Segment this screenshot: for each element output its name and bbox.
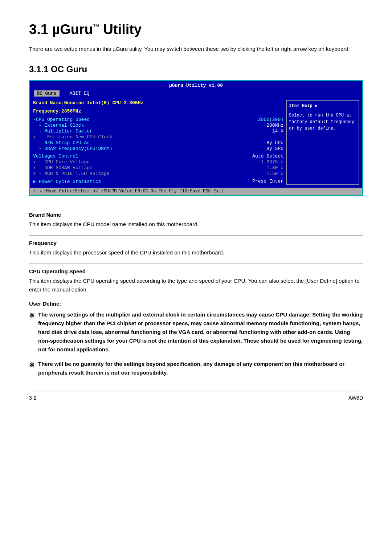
warning-mark-2: ※	[29, 360, 34, 371]
bios-row-mult-factor: - Multiplier Factor 14 X	[33, 128, 283, 134]
warning-list: ※ The wrong settings of the multiplier a…	[29, 310, 363, 377]
footer-page-num: 3-2	[29, 395, 36, 401]
warning-item-2: ※ There will be no guaranty for the sett…	[29, 360, 363, 377]
intro-paragraph: There are two setup menus in this µGuru …	[29, 45, 363, 53]
bios-row-label: -CPU Operating Speed	[33, 117, 90, 122]
desc-frequency: Frequency This item displays the process…	[29, 235, 363, 257]
footer-product: AW8D	[348, 395, 363, 401]
bios-left-panel: Brand Name:Genuine Intel(R) CPU 2.80GHz …	[33, 100, 286, 185]
warning-text-1: The wrong settings of the multiplier and…	[38, 310, 363, 354]
bios-row-est-clock: x - Estimated New CPU Clock	[33, 134, 283, 140]
user-define-section: User Define: ※ The wrong settings of the…	[29, 301, 363, 377]
desc-cpu-speed-title: CPU Operating Speed	[29, 268, 363, 274]
bios-row-ext-clock: - External Clock 200MHz	[33, 123, 283, 128]
bios-row-dram-freq: - DRAM Frequency(CPU:DRAM) By SPD	[33, 146, 283, 151]
bios-row-label: - DRAM Frequency(CPU:DRAM)	[33, 146, 112, 151]
bios-tabs: OC Guru ABIT EQ	[30, 90, 362, 97]
bios-row-power-cycle: ▶ Power Cycle Statistics Press Enter	[33, 179, 283, 184]
bios-brand-line2: Frequency:2856MHz	[33, 109, 283, 114]
bios-row-label: - N/B Strap CPU As	[33, 140, 90, 146]
bios-row-voltages: Voltages Control Auto Detect	[33, 154, 283, 159]
bios-statusbar: ↑↓→←:Move Enter:Select +/-/PU/PD:Value F…	[30, 188, 362, 195]
warning-item-1: ※ The wrong settings of the multiplier a…	[29, 310, 363, 354]
bios-row-label: - Multiplier Factor	[33, 128, 93, 134]
section-heading: 3.1.1 OC Guru	[29, 64, 363, 74]
desc-brand-name-body: This item displays the CPU model name in…	[29, 220, 363, 229]
desc-brand-name-title: Brand Name	[29, 212, 363, 218]
bios-row-label: - External Clock	[33, 123, 84, 128]
warning-mark-1: ※	[29, 311, 34, 321]
bios-row-cpu-speed: -CPU Operating Speed 2000(200)	[33, 117, 283, 122]
bios-row-nb-strap: - N/B Strap CPU As By CPU	[33, 140, 283, 146]
desc-frequency-body: This item displays the processor speed o…	[29, 248, 363, 257]
user-define-title: User Define:	[29, 301, 363, 307]
bios-tab-abit-eq[interactable]: ABIT EQ	[67, 90, 93, 97]
bios-row-ddr-sdram-voltage: x - DDR SDRAM Voltage 1.80 U	[33, 165, 283, 171]
bios-tab-oc-guru[interactable]: OC Guru	[34, 90, 60, 97]
bios-body: Brand Name:Genuine Intel(R) CPU 2.80GHz …	[30, 97, 362, 188]
bios-item-help-title: Item Help ▶	[289, 103, 356, 109]
desc-cpu-speed-body: This item displays the CPU operating spe…	[29, 277, 363, 294]
bios-title-bar: µGuru Utility v1.00	[30, 81, 362, 90]
desc-brand-name: Brand Name This item displays the CPU mo…	[29, 207, 363, 229]
warning-text-2: There will be no guaranty for the settin…	[38, 360, 363, 377]
bios-row-cpu-core-voltage: x - CPU Core Voltage 1.3375 U	[33, 159, 283, 165]
footer-bar: 3-2 AW8D	[29, 392, 363, 401]
bios-screen: µGuru Utility v1.00 OC Guru ABIT EQ Bran…	[29, 80, 363, 196]
desc-cpu-operating-speed: CPU Operating Speed This item displays t…	[29, 264, 363, 294]
bios-item-help-text: Select to run the CPU at factory default…	[289, 112, 356, 132]
desc-frequency-title: Frequency	[29, 240, 363, 246]
page-title: 3.1 µGuru™ Utility	[29, 22, 363, 37]
bios-row-mch-pcie-voltage: x - MCH & PCIE 1.5U Voltage 1.50 U	[33, 171, 283, 176]
bios-right-panel: Item Help ▶ Select to run the CPU at fac…	[286, 100, 359, 185]
bios-brand-line1: Brand Name:Genuine Intel(R) CPU 2.80GHz	[33, 100, 283, 106]
